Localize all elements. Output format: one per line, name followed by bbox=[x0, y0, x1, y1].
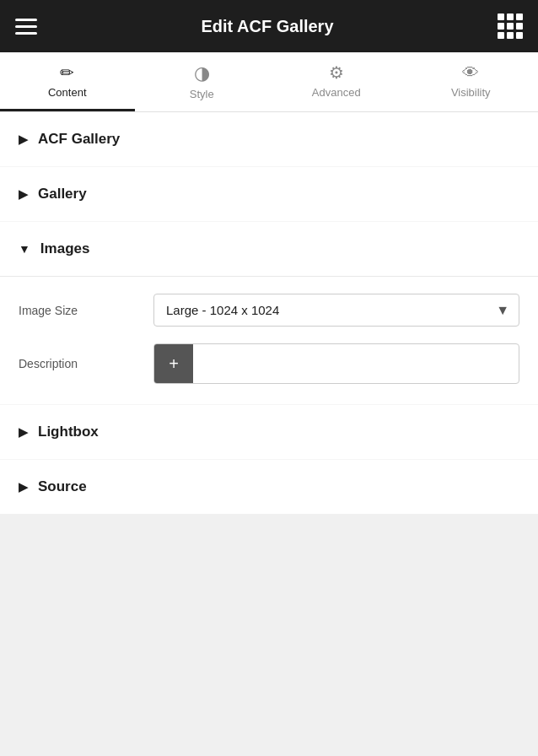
chevron-right-icon: ▶ bbox=[19, 187, 28, 201]
section-acf-gallery-header[interactable]: ▶ ACF Gallery bbox=[0, 112, 538, 166]
section-images-title: Images bbox=[40, 240, 90, 257]
tab-style-label: Style bbox=[190, 88, 214, 100]
page-title: Edit ACF Gallery bbox=[201, 17, 333, 36]
content-area: ▶ ACF Gallery ▶ Gallery ▼ Images Image S… bbox=[0, 112, 538, 514]
section-images: ▼ Images Image Size Thumbnail - 150 x 15… bbox=[0, 222, 538, 404]
tab-content-label: Content bbox=[48, 86, 87, 99]
images-section-body: Image Size Thumbnail - 150 x 150 Medium … bbox=[0, 277, 538, 404]
hamburger-menu-button[interactable] bbox=[15, 19, 37, 35]
description-input-wrapper: + bbox=[153, 343, 519, 384]
section-images-header[interactable]: ▼ Images bbox=[0, 222, 538, 277]
section-acf-gallery: ▶ ACF Gallery bbox=[0, 112, 538, 166]
gear-icon: ⚙ bbox=[329, 64, 344, 81]
tab-visibility-label: Visibility bbox=[451, 86, 491, 99]
tab-advanced-label: Advanced bbox=[312, 86, 361, 99]
section-source-title: Source bbox=[38, 478, 87, 495]
section-gallery-title: Gallery bbox=[38, 186, 87, 202]
description-label: Description bbox=[19, 357, 153, 370]
section-lightbox-title: Lightbox bbox=[38, 424, 99, 440]
tabs-nav: ✏ Content ◑ Style ⚙ Advanced 👁 Visibilit… bbox=[0, 52, 538, 112]
grid-menu-button[interactable] bbox=[498, 14, 523, 39]
section-source: ▶ Source bbox=[0, 460, 538, 514]
eye-icon: 👁 bbox=[462, 64, 479, 81]
tab-advanced[interactable]: ⚙ Advanced bbox=[269, 52, 404, 111]
chevron-right-icon: ▶ bbox=[19, 480, 28, 494]
description-control: + bbox=[153, 343, 519, 384]
description-add-button[interactable]: + bbox=[154, 344, 193, 383]
section-lightbox-header[interactable]: ▶ Lightbox bbox=[0, 405, 538, 459]
description-input[interactable] bbox=[193, 348, 519, 379]
image-size-label: Image Size bbox=[19, 304, 153, 317]
image-size-control: Thumbnail - 150 x 150 Medium - 300 x 300… bbox=[153, 294, 519, 327]
section-gallery: ▶ Gallery bbox=[0, 167, 538, 221]
pencil-icon: ✏ bbox=[60, 64, 74, 81]
section-lightbox: ▶ Lightbox bbox=[0, 405, 538, 459]
section-source-header[interactable]: ▶ Source bbox=[0, 460, 538, 514]
image-size-select-wrapper: Thumbnail - 150 x 150 Medium - 300 x 300… bbox=[153, 294, 519, 327]
tab-visibility[interactable]: 👁 Visibility bbox=[404, 52, 539, 111]
section-acf-gallery-title: ACF Gallery bbox=[38, 131, 120, 148]
chevron-right-icon: ▶ bbox=[19, 132, 28, 146]
header: Edit ACF Gallery bbox=[0, 0, 538, 52]
chevron-right-icon: ▶ bbox=[19, 425, 28, 439]
chevron-down-icon: ▼ bbox=[19, 242, 30, 256]
description-field-row: Description + bbox=[19, 343, 519, 384]
section-gallery-header[interactable]: ▶ Gallery bbox=[0, 167, 538, 221]
image-size-select[interactable]: Thumbnail - 150 x 150 Medium - 300 x 300… bbox=[153, 294, 519, 327]
tab-style[interactable]: ◑ Style bbox=[135, 52, 270, 111]
tab-content[interactable]: ✏ Content bbox=[0, 52, 135, 111]
halfcircle-icon: ◑ bbox=[194, 64, 210, 83]
image-size-field-row: Image Size Thumbnail - 150 x 150 Medium … bbox=[19, 294, 519, 327]
